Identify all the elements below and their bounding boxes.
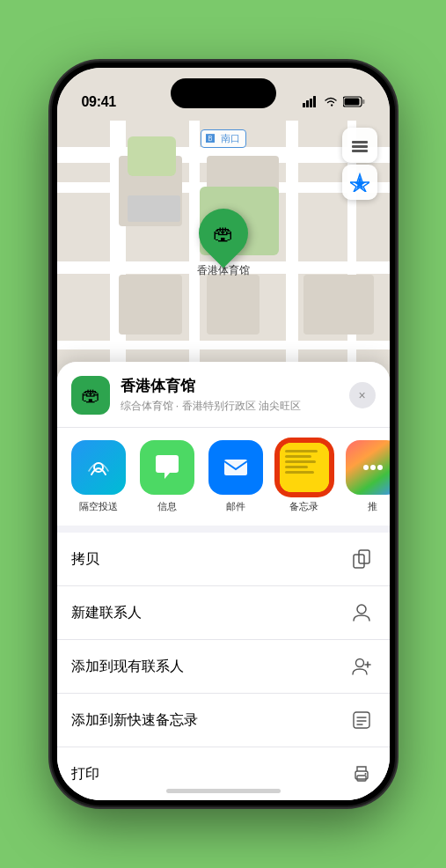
- location-name: 香港体育馆: [121, 377, 339, 396]
- pin-marker: 🏟: [188, 198, 258, 268]
- share-item-messages[interactable]: 信息: [140, 440, 194, 513]
- notes-label: 备忘录: [289, 500, 318, 513]
- notes-line-5: [285, 471, 314, 474]
- airdrop-icon: [71, 440, 126, 495]
- person-add-icon: [347, 652, 376, 680]
- copy-icon: [347, 545, 376, 573]
- action-new-contact-label: 新建联系人: [71, 604, 142, 622]
- svg-rect-21: [354, 712, 369, 728]
- svg-point-12: [363, 465, 369, 470]
- location-header: 🏟 香港体育馆 综合体育馆 · 香港特别行政区 油尖旺区 ×: [57, 362, 390, 428]
- action-item-new-contact[interactable]: 新建联系人: [57, 586, 390, 640]
- location-info: 香港体育馆 综合体育馆 · 香港特别行政区 油尖旺区: [121, 377, 339, 413]
- notes-line-4: [285, 466, 308, 468]
- stadium-icon: 🏟: [213, 221, 234, 246]
- svg-rect-9: [352, 150, 368, 152]
- print-icon: [347, 760, 376, 788]
- action-item-copy[interactable]: 拷贝: [57, 533, 390, 586]
- messages-label: 信息: [157, 500, 177, 513]
- status-time: 09:41: [82, 94, 116, 110]
- svg-point-18: [355, 659, 363, 667]
- action-item-quick-note[interactable]: 添加到新快速备忘录: [57, 694, 390, 747]
- person-icon: [347, 599, 376, 627]
- location-button[interactable]: [342, 165, 377, 200]
- more-label: 推: [368, 500, 377, 513]
- phone-screen: 09:41: [57, 68, 390, 800]
- svg-rect-5: [362, 99, 365, 104]
- stadium-pin: 🏟 香港体育馆: [197, 209, 250, 278]
- action-print-label: 打印: [71, 765, 99, 783]
- svg-point-17: [357, 605, 366, 614]
- svg-rect-7: [352, 141, 368, 143]
- messages-icon: [140, 440, 194, 495]
- notes-line-3: [285, 460, 316, 463]
- map-controls: [342, 128, 377, 200]
- action-copy-label: 拷贝: [71, 550, 99, 569]
- svg-rect-3: [313, 96, 316, 107]
- svg-point-14: [377, 465, 383, 470]
- bottom-sheet: 🏟 香港体育馆 综合体育馆 · 香港特别行政区 油尖旺区 ×: [57, 362, 390, 800]
- notes-app-icon: [277, 440, 332, 495]
- map-north-entrance-label: 🅱 南口: [200, 129, 245, 148]
- location-subtitle: 综合体育馆 · 香港特别行政区 油尖旺区: [121, 399, 339, 414]
- svg-rect-6: [344, 99, 359, 106]
- svg-point-27: [364, 773, 366, 775]
- share-item-airdrop[interactable]: 隔空投送: [71, 440, 126, 513]
- quick-note-icon: [347, 706, 376, 734]
- map-layers-button[interactable]: [342, 128, 377, 163]
- svg-rect-8: [352, 145, 368, 148]
- svg-rect-0: [303, 103, 305, 107]
- share-row: 隔空投送 信息: [57, 428, 390, 533]
- status-bar: 09:41: [57, 68, 390, 115]
- status-icons: [303, 96, 365, 110]
- mail-label: 邮件: [226, 500, 245, 513]
- close-button[interactable]: ×: [349, 382, 376, 408]
- more-icon: [346, 440, 390, 495]
- share-item-more[interactable]: 推: [346, 440, 390, 513]
- notes-line-2: [285, 455, 312, 458]
- share-item-mail[interactable]: 邮件: [208, 440, 263, 513]
- home-indicator: [166, 789, 281, 793]
- battery-icon: [343, 96, 365, 110]
- signal-icon: [303, 96, 318, 110]
- svg-rect-1: [306, 100, 309, 107]
- action-add-contact-label: 添加到现有联系人: [71, 658, 184, 676]
- share-item-notes[interactable]: 备忘录: [277, 440, 332, 513]
- svg-point-13: [370, 465, 376, 470]
- entrance-icon: 🅱: [206, 134, 215, 143]
- action-list: 拷贝 新建联系人: [57, 533, 390, 800]
- airdrop-label: 隔空投送: [79, 500, 118, 513]
- notes-content: [280, 443, 329, 492]
- action-quick-note-label: 添加到新快速备忘录: [71, 711, 198, 730]
- notes-line-1: [285, 450, 318, 452]
- location-venue-icon: 🏟: [71, 376, 110, 415]
- phone-frame: 09:41: [52, 63, 395, 805]
- mail-icon: [208, 440, 263, 495]
- wifi-icon: [324, 96, 338, 110]
- svg-rect-2: [310, 99, 312, 107]
- svg-rect-26: [357, 776, 366, 781]
- action-item-add-to-contact[interactable]: 添加到现有联系人: [57, 640, 390, 694]
- svg-rect-11: [224, 460, 247, 475]
